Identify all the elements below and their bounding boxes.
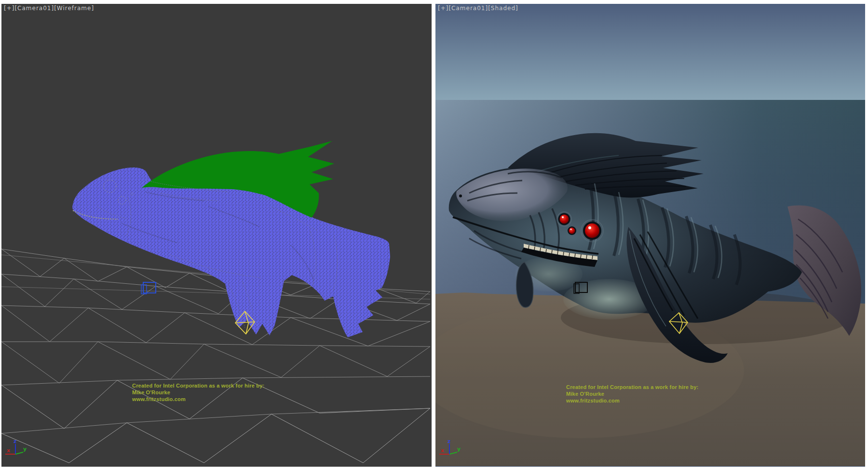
eye-large [585,223,599,238]
eye-medium [560,215,569,224]
watermark-line3: www.fritzstudio.com [132,396,264,403]
watermark-text: Created for Intel Corporation as a work … [132,382,264,403]
watermark-line2: Mike O'Rourke [132,389,264,396]
axis-y-label: y [23,446,27,452]
bone-helper-box-blue[interactable] [141,282,156,294]
fish-body-stipple [72,167,390,337]
sky-background [435,4,865,103]
viewport-label-shaded[interactable]: [+][Camera01][Shaded] [438,5,518,12]
viewport-label-wireframe[interactable]: [+][Camera01][Wireframe] [4,5,94,12]
axis-x-label: x [441,447,444,454]
watermark-line2: Mike O'Rourke [566,390,698,397]
world-axis-gizmo: x z y [437,438,464,460]
axis-y-label: y [457,446,461,452]
watermark-line3: www.fritzstudio.com [566,397,698,404]
watermark-line1: Created for Intel Corporation as a work … [566,384,698,390]
viewport-camera01-shaded[interactable]: [+][Camera01][Shaded] Created for Intel … [435,4,865,467]
watermark-line1: Created for Intel Corporation as a work … [132,382,264,389]
axis-z-label: z [448,438,450,444]
axis-z-label: z [14,438,16,444]
watermark-text: Created for Intel Corporation as a work … [566,384,698,404]
eye-small [569,228,575,234]
axis-x-label: x [7,447,10,454]
world-axis-gizmo: x z y [3,438,30,460]
viewport-camera01-wireframe[interactable]: [+][Camera01][Wireframe] Created for Int… [1,4,432,467]
